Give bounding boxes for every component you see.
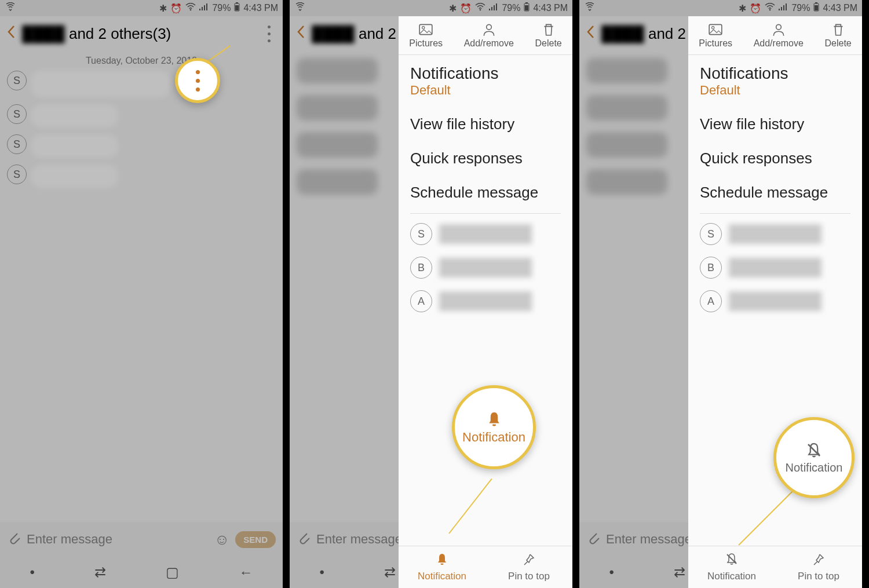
- wifi-calling-icon: [5, 2, 16, 14]
- drawer-notification-toggle-off[interactable]: Notification: [688, 546, 775, 588]
- drawer-notifications-setting[interactable]: Notifications Default: [688, 55, 862, 107]
- svg-rect-27: [709, 24, 722, 34]
- nav-assistant-icon[interactable]: •: [30, 564, 35, 580]
- drawer-notifications-setting[interactable]: Notifications Default: [399, 55, 572, 107]
- drawer-bottom-bar: Notification Pin to top: [688, 546, 862, 588]
- attach-icon[interactable]: [297, 530, 311, 549]
- message-input-bar: Enter message ☺ SEND: [0, 522, 283, 557]
- drawer-schedule-message[interactable]: Schedule message: [399, 176, 572, 210]
- highlight-notification-off: Notification: [773, 417, 855, 498]
- svg-point-29: [776, 24, 781, 30]
- signal-icon: [489, 3, 498, 13]
- svg-rect-6: [236, 2, 238, 3]
- status-bar: ✱ ⏰ 79% 4:43 PM: [290, 0, 572, 16]
- svg-rect-9: [489, 9, 490, 10]
- highlight-more-menu: [175, 58, 220, 103]
- bluetooth-icon: ✱: [739, 3, 746, 14]
- drawer-notification-toggle-on[interactable]: Notification: [399, 546, 485, 588]
- drawer-top-actions: Pictures Add/remove Delete: [688, 16, 862, 55]
- panel-conversation: ✱ ⏰ 79% 4:43 PM ████ and 2 others(3) Tue…: [0, 0, 290, 588]
- back-button[interactable]: [7, 24, 15, 43]
- wifi-icon: [185, 3, 196, 13]
- drawer-pin-to-top[interactable]: Pin to top: [485, 546, 572, 588]
- nav-assistant-icon[interactable]: •: [320, 564, 324, 580]
- svg-rect-1: [199, 9, 200, 10]
- back-button[interactable]: [297, 24, 305, 43]
- date-header: Tuesday, October 23, 2018: [0, 51, 283, 71]
- nav-recents-icon[interactable]: ⇄: [94, 564, 106, 580]
- contact-row[interactable]: S: [688, 217, 862, 251]
- nav-home-icon[interactable]: ▢: [166, 564, 179, 580]
- contact-row[interactable]: B: [399, 251, 572, 284]
- avatar[interactable]: S: [7, 165, 27, 184]
- bell-filled-icon: [435, 552, 449, 569]
- svg-point-8: [480, 9, 481, 11]
- nav-recents-icon[interactable]: ⇄: [384, 564, 396, 580]
- battery-percent: 79%: [212, 3, 231, 13]
- svg-rect-15: [525, 5, 528, 10]
- svg-rect-10: [491, 7, 492, 10]
- avatar: A: [410, 290, 432, 312]
- header: ████ and 2 others(3): [0, 16, 283, 51]
- svg-point-0: [190, 9, 192, 11]
- send-button[interactable]: SEND: [235, 531, 276, 548]
- background-messages: [586, 58, 667, 206]
- svg-point-17: [422, 27, 425, 29]
- contact-row[interactable]: S: [399, 217, 572, 251]
- options-drawer: Pictures Add/remove Delete Notifications…: [399, 16, 572, 588]
- drawer-pictures-button[interactable]: Pictures: [699, 22, 732, 49]
- drawer-delete-button[interactable]: Delete: [824, 22, 851, 49]
- more-menu-button[interactable]: [262, 23, 276, 44]
- drawer-view-file-history[interactable]: View file history: [688, 107, 862, 141]
- drawer-quick-responses[interactable]: Quick responses: [688, 141, 862, 176]
- bell-off-icon: [725, 552, 739, 569]
- back-button[interactable]: [586, 24, 594, 43]
- svg-rect-3: [204, 5, 205, 10]
- message-row: S: [7, 134, 276, 158]
- nav-back-icon[interactable]: ←: [239, 564, 253, 580]
- drawer-quick-responses[interactable]: Quick responses: [399, 141, 572, 176]
- contact-row[interactable]: B: [688, 251, 862, 284]
- wifi-icon: [765, 3, 775, 13]
- contact-row[interactable]: A: [688, 284, 862, 318]
- battery-icon: [234, 2, 240, 14]
- background-messages: [297, 58, 378, 206]
- avatar[interactable]: S: [7, 71, 27, 90]
- panel-drawer-notif-off: ✱ ⏰ 79% 4:43 PM ████ and 2 Pictures: [579, 0, 869, 588]
- drawer-schedule-message[interactable]: Schedule message: [688, 176, 862, 210]
- drawer-top-actions: Pictures Add/remove Delete: [399, 16, 572, 55]
- contact-row[interactable]: A: [399, 284, 572, 318]
- svg-rect-25: [815, 2, 817, 3]
- drawer-addremove-button[interactable]: Add/remove: [464, 22, 514, 49]
- drawer-pin-to-top[interactable]: Pin to top: [775, 546, 862, 588]
- nav-recents-icon[interactable]: ⇄: [674, 564, 685, 580]
- drawer-addremove-button[interactable]: Add/remove: [754, 22, 804, 49]
- svg-rect-14: [525, 2, 528, 3]
- avatar: S: [700, 223, 722, 245]
- emoji-icon[interactable]: ☺: [214, 531, 230, 549]
- svg-rect-7: [235, 5, 239, 10]
- options-drawer: Pictures Add/remove Delete Notifications…: [688, 16, 862, 588]
- avatar: B: [700, 257, 722, 279]
- highlight-notification-on: Notification: [452, 385, 536, 469]
- avatar[interactable]: S: [7, 134, 27, 154]
- message-input[interactable]: Enter message: [27, 532, 209, 547]
- battery-icon: [813, 2, 819, 14]
- attach-icon[interactable]: [7, 530, 21, 549]
- drawer-pictures-button[interactable]: Pictures: [409, 22, 443, 49]
- drawer-view-file-history[interactable]: View file history: [399, 107, 572, 141]
- pin-icon: [812, 552, 826, 569]
- signal-icon: [199, 3, 209, 13]
- avatar[interactable]: S: [7, 104, 27, 124]
- svg-rect-20: [779, 9, 780, 10]
- avatar: B: [410, 257, 432, 279]
- svg-rect-4: [206, 3, 207, 10]
- nav-assistant-icon[interactable]: •: [609, 564, 614, 580]
- pin-icon: [522, 552, 536, 569]
- status-bar: ✱ ⏰ 79% 4:43 PM: [579, 0, 862, 16]
- alarm-icon: ⏰: [170, 3, 182, 14]
- drawer-delete-button[interactable]: Delete: [535, 22, 561, 49]
- attach-icon[interactable]: [586, 530, 600, 549]
- svg-rect-23: [786, 3, 787, 10]
- svg-rect-16: [419, 24, 432, 34]
